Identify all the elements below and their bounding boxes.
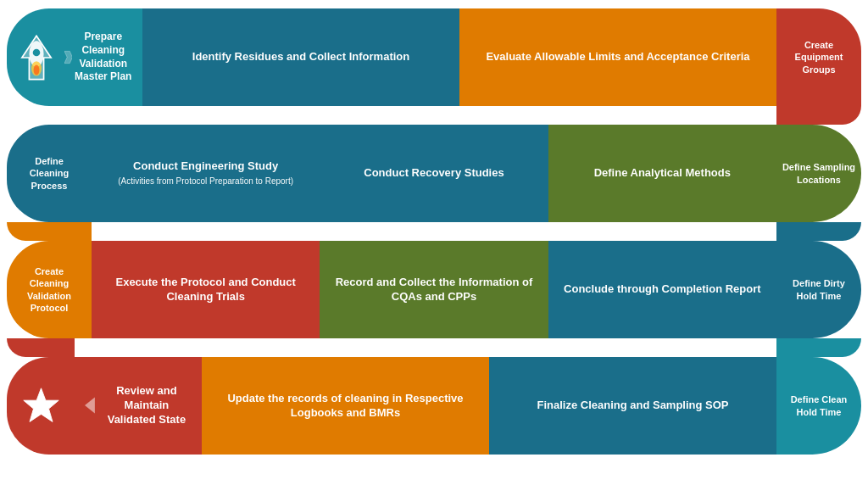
cleaning-validation-diagram: Prepare Cleaning Validation Master Plan …	[0, 0, 868, 502]
row1: Prepare Cleaning Validation Master Plan …	[7, 8, 861, 106]
row2: Define Cleaning Process Conduct Engineer…	[7, 125, 861, 222]
engineering-sub: (Activities from Protocol Preparation to…	[118, 176, 293, 186]
conclude-label: Conclude through Completion Report	[564, 282, 761, 297]
cell-equipment-container: Create Equipment Groups	[776, 8, 861, 106]
svg-marker-7	[85, 398, 95, 414]
cell-define-cleaning: Define Cleaning Process	[7, 125, 92, 222]
clean-hold-label: Define Clean Hold Time	[782, 393, 856, 418]
analytical-label: Define Analytical Methods	[594, 166, 731, 181]
engineering-main: Conduct Engineering Study	[133, 159, 278, 172]
cell-review: Review and Maintain Validated State	[75, 357, 202, 455]
cell-dirty-hold: Define Dirty Hold Time	[776, 241, 861, 338]
define-cleaning-label: Define Cleaning Process	[15, 155, 83, 192]
connector-1-2	[7, 106, 861, 125]
execute-label: Execute the Protocol and Conduct Cleanin…	[102, 276, 309, 304]
equipment-label: Create Equipment Groups	[782, 39, 856, 75]
cell-launch: Prepare Cleaning Validation Master Plan	[7, 8, 142, 106]
cell-create-protocol: Create Cleaning Validation Protocol	[7, 241, 92, 338]
svg-marker-6	[23, 388, 58, 422]
row3: Create Cleaning Validation Protocol Exec…	[7, 241, 861, 338]
cell-evaluate: Evaluate Allowable Limits and Acceptance…	[459, 8, 776, 106]
connector-3-4	[7, 338, 861, 357]
cell-identify: Identify Residues and Collect Informatio…	[142, 8, 459, 106]
dirty-hold-label: Define Dirty Hold Time	[782, 277, 856, 302]
star-icon	[22, 387, 60, 425]
recovery-label: Conduct Recovery Studies	[364, 166, 504, 181]
create-protocol-label: Create Cleaning Validation Protocol	[15, 265, 83, 314]
connector-2-3	[7, 222, 861, 241]
svg-point-2	[33, 48, 41, 56]
cell-sampling-loc: Define Sampling Locations	[776, 125, 861, 222]
cell-analytical: Define Analytical Methods	[548, 125, 776, 222]
review-label: Review and Maintain Validated State	[102, 384, 192, 427]
identify-label: Identify Residues and Collect Informatio…	[192, 50, 409, 64]
launch-arrow-icon	[64, 34, 72, 81]
update-label: Update the records of cleaning in Respec…	[212, 392, 479, 421]
cell-execute: Execute the Protocol and Conduct Cleanin…	[92, 241, 320, 338]
cell-star	[7, 357, 75, 455]
engineering-label: Conduct Engineering Study (Activities fr…	[118, 159, 293, 188]
launch-label: Prepare Cleaning Validation Master Plan	[72, 31, 134, 83]
record-label: Record and Collect the Information of CQ…	[330, 276, 537, 304]
evaluate-label: Evaluate Allowable Limits and Acceptance…	[486, 50, 749, 64]
cell-recovery: Conduct Recovery Studies	[320, 125, 548, 222]
cell-clean-hold: Define Clean Hold Time	[776, 357, 861, 455]
svg-point-4	[34, 64, 40, 75]
row4: Review and Maintain Validated State Upda…	[7, 357, 861, 455]
cell-record: Record and Collect the Information of CQ…	[320, 241, 548, 338]
sampling-label: Define Sampling Locations	[782, 161, 856, 186]
cell-conclude: Conclude through Completion Report	[548, 241, 776, 338]
review-content: Review and Maintain Validated State	[85, 384, 192, 427]
cell-equipment: Create Equipment Groups	[776, 8, 861, 106]
finalize-label: Finalize Cleaning and Sampling SOP	[537, 399, 728, 413]
cell-finalize: Finalize Cleaning and Sampling SOP	[489, 357, 776, 455]
cell-update: Update the records of cleaning in Respec…	[202, 357, 489, 455]
svg-marker-5	[64, 51, 72, 63]
cell-engineering: Conduct Engineering Study (Activities fr…	[92, 125, 320, 222]
arrow-left-icon	[85, 388, 95, 422]
rocket-icon	[15, 32, 58, 83]
